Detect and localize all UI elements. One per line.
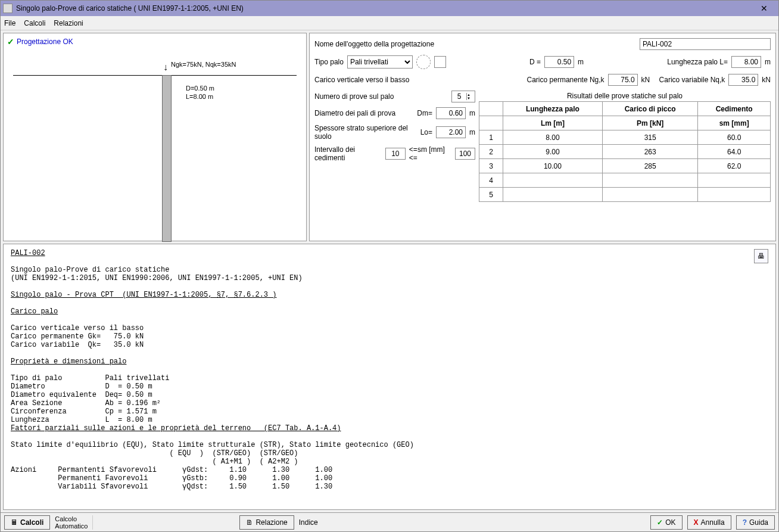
pile-drawing: Ngk=75kN, Nqk=35kN ↓ D=0.50 m L=8.00 m bbox=[7, 51, 303, 230]
drawing-panel: ✓ Progettazione OK Ngk=75kN, Nqk=35kN ↓ … bbox=[3, 33, 307, 241]
results-table: Lunghezza palo Carico di picco Cedimento… bbox=[479, 101, 771, 202]
lo-label: Spessore strato superiore del suolo bbox=[314, 124, 417, 141]
table-row[interactable]: 18.0031560.0 bbox=[479, 130, 771, 145]
sm-max-input[interactable] bbox=[455, 148, 475, 160]
pile-type-select[interactable]: Pali trivellati bbox=[347, 55, 413, 69]
nqk-label: Carico variabile Nq,k bbox=[659, 76, 725, 84]
load-arrow-icon: ↓ bbox=[163, 63, 168, 71]
table-row[interactable]: 310.0028562.0 bbox=[479, 159, 771, 173]
table-row[interactable]: 29.0026364.0 bbox=[479, 145, 771, 159]
ntrials-label: Numero di prove sul palo bbox=[314, 92, 448, 101]
ngk-label: Carico permanente Ng,k bbox=[527, 76, 604, 84]
diameter-input[interactable] bbox=[544, 56, 574, 68]
sm-mid: <=sm [mm] <= bbox=[409, 145, 451, 162]
ntrials-spinner[interactable]: ▲▼ bbox=[451, 91, 475, 102]
sm-label: Intervallo dei cedimenti bbox=[314, 145, 382, 162]
help-icon: ? bbox=[743, 518, 747, 527]
length-unit: m bbox=[765, 58, 771, 66]
unit-settle: sm [mm] bbox=[698, 116, 771, 130]
length-input[interactable] bbox=[731, 56, 761, 68]
ngk-unit: kN bbox=[641, 76, 650, 84]
annulla-button[interactable]: X Annulla bbox=[687, 515, 731, 530]
report-panel: 🖶 PALI-002 Singolo palo-Prove di carico … bbox=[3, 244, 776, 510]
load-annotation: Ngk=75kN, Nqk=35kN bbox=[171, 61, 236, 68]
nqk-unit: kN bbox=[762, 76, 771, 84]
lo-prefix: Lo= bbox=[420, 128, 432, 136]
ngk-input[interactable] bbox=[608, 74, 638, 86]
unit-peak: Pm [kN] bbox=[602, 116, 697, 130]
check-icon: ✓ bbox=[7, 37, 14, 46]
d-label: D = bbox=[529, 58, 541, 66]
pile-shape bbox=[162, 75, 172, 242]
check-icon: ✓ bbox=[657, 518, 663, 527]
report-text: PALI-002 Singolo palo-Prove di carico st… bbox=[11, 249, 768, 491]
ground-line bbox=[13, 75, 297, 76]
table-row[interactable]: 5 bbox=[479, 188, 771, 202]
menu-file[interactable]: File bbox=[4, 19, 15, 27]
print-icon[interactable]: 🖶 bbox=[754, 249, 768, 263]
unit-length: Lm [m] bbox=[503, 116, 603, 130]
ntrials-input[interactable] bbox=[452, 92, 466, 101]
col-length: Lunghezza palo bbox=[503, 102, 603, 116]
titlebar: Singolo palo-Prove di carico statiche ( … bbox=[1, 1, 778, 16]
design-status: ✓ Progettazione OK bbox=[7, 37, 303, 46]
relazione-button[interactable]: 🗎 Relazione bbox=[239, 515, 294, 530]
dm-unit: m bbox=[469, 109, 475, 117]
calc-mode: Calcolo Automatico bbox=[55, 515, 88, 530]
dm-prefix: Dm= bbox=[417, 109, 432, 117]
compass-icon[interactable] bbox=[416, 55, 431, 69]
close-button[interactable]: ✕ bbox=[752, 4, 776, 13]
tipo-label: Tipo palo bbox=[314, 58, 344, 66]
calcoli-button[interactable]: 🖩 Calcoli bbox=[4, 515, 50, 530]
statusbar: 🖩 Calcoli Calcolo Automatico 🗎 Relazione… bbox=[1, 512, 778, 531]
length-label: Lunghezza palo L= bbox=[667, 58, 728, 66]
form-panel: Nome dell'oggetto della progettazione Ti… bbox=[309, 33, 776, 241]
x-icon: X bbox=[694, 518, 699, 527]
load-direction-label: Carico verticale verso il basso bbox=[314, 76, 524, 84]
app-icon bbox=[3, 4, 13, 13]
calculator-icon: 🖩 bbox=[11, 518, 18, 527]
lo-unit: m bbox=[469, 128, 475, 136]
design-name-input[interactable] bbox=[640, 38, 771, 50]
guida-button[interactable]: ? Guida bbox=[736, 515, 775, 530]
ok-button[interactable]: ✓ OK bbox=[650, 515, 682, 530]
lo-input[interactable] bbox=[436, 126, 466, 138]
menubar: File Calcoli Relazioni bbox=[1, 16, 778, 30]
col-settle: Cedimento bbox=[698, 102, 771, 116]
nqk-input[interactable] bbox=[728, 74, 758, 86]
dm-input[interactable] bbox=[436, 107, 466, 119]
indice-label[interactable]: Indice bbox=[299, 518, 318, 527]
sm-min-input[interactable] bbox=[385, 148, 406, 160]
d-unit: m bbox=[578, 58, 584, 66]
col-peak: Carico di picco bbox=[602, 102, 697, 116]
dm-label: Diametro dei pali di prova bbox=[314, 109, 413, 117]
status-text: Progettazione OK bbox=[17, 38, 73, 46]
table-caption: Risultati delle prove statiche sul palo bbox=[479, 91, 771, 101]
document-icon: 🗎 bbox=[246, 518, 253, 527]
dimension-annotation: D=0.50 m L=8.00 m bbox=[186, 84, 214, 101]
menu-relazioni[interactable]: Relazioni bbox=[54, 19, 83, 27]
menu-calcoli[interactable]: Calcoli bbox=[24, 19, 45, 27]
table-row[interactable]: 4 bbox=[479, 173, 771, 188]
color-picker[interactable] bbox=[434, 56, 446, 68]
window-title: Singolo palo-Prove di carico statiche ( … bbox=[16, 4, 752, 13]
trial-params: Numero di prove sul palo ▲▼ Diametro dei… bbox=[314, 91, 475, 236]
name-label: Nome dell'oggetto della progettazione bbox=[314, 40, 636, 48]
